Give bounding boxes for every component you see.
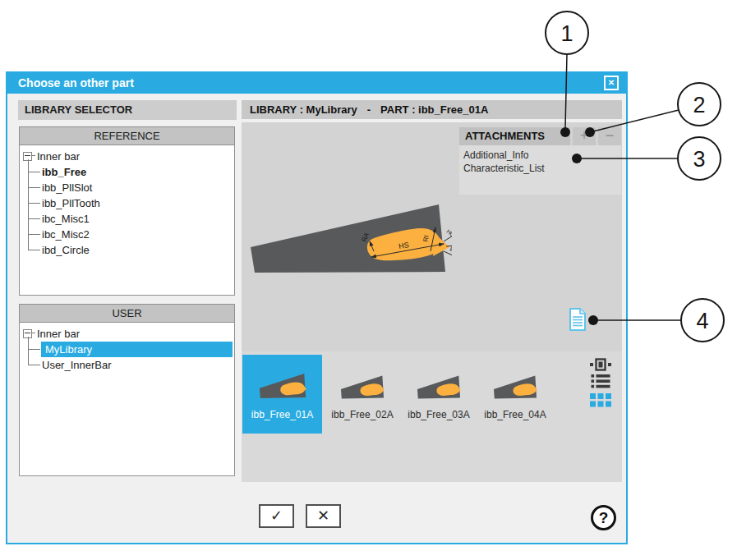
dim-label-ho: HO <box>445 228 452 238</box>
attachments-remove-button[interactable]: − <box>598 127 621 145</box>
reference-library-box: REFERENCE Inner bar ibb_Free ibb_PllSlot… <box>19 126 235 296</box>
reference-tree: Inner bar ibb_Free ibb_PllSlot ibb_PllTo… <box>20 145 234 258</box>
user-library-box: USER Inner bar MyLibrary User_InnerBar <box>19 304 235 476</box>
dialog-titlebar[interactable]: Choose an other part ✕ <box>7 73 626 94</box>
tree-root-label[interactable]: Inner bar <box>37 328 80 340</box>
tree-item-mylibrary[interactable]: MyLibrary <box>41 342 234 357</box>
document-icon[interactable] <box>569 308 587 331</box>
dialog-title: Choose an other part <box>18 76 134 90</box>
thumbnail-ibb-free-04a[interactable]: ibb_Free_04A <box>480 355 550 434</box>
ok-button[interactable]: ✓ <box>259 504 294 528</box>
screenshot-canvas: Choose an other part ✕ LIBRARY SELECTOR … <box>0 0 737 560</box>
dim-label-hs: HS <box>398 241 409 250</box>
thumbnail-label: ibb_Free_03A <box>403 409 474 420</box>
tree-branch-line <box>28 337 29 365</box>
part-detail-panel: ATTACHMENTS + − Additional_Info Characte… <box>242 122 622 482</box>
library-selector-header: LIBRARY SELECTOR <box>18 100 237 120</box>
attachments-list[interactable]: Additional_Info Characteristic_List <box>459 145 621 195</box>
thumbnail-part-image <box>242 366 322 401</box>
list-view-icon[interactable] <box>590 374 611 388</box>
tree-item-ibc-misc1[interactable]: ibc_Misc1 <box>41 211 234 227</box>
tree-root-label[interactable]: Inner bar <box>37 150 80 163</box>
tree-node-inner-bar-user[interactable]: Inner bar <box>23 326 234 342</box>
tree-item-ibb-pllslot[interactable]: ibb_PllSlot <box>41 180 234 195</box>
close-icon[interactable]: ✕ <box>604 76 619 90</box>
tree-item-ibb-plltooth[interactable]: ibb_PllTooth <box>41 195 234 211</box>
header-separator: - <box>367 100 371 119</box>
tree-item-user-innerbar[interactable]: User_InnerBar <box>41 357 234 373</box>
tree-item-ibd-circle[interactable]: ibd_Circle <box>41 242 234 258</box>
tree-item-ibc-misc2[interactable]: ibc_Misc2 <box>41 227 234 242</box>
part-preview-image: HS RI RA HO WO <box>246 200 452 278</box>
callout-number: 3 <box>693 147 705 172</box>
callout-number: 1 <box>560 21 573 46</box>
tree-branch-line <box>28 159 29 250</box>
thumbnail-ibb-free-01a[interactable]: ibb_Free_01A <box>242 355 322 434</box>
callout-circle-4 <box>681 299 724 342</box>
attachment-item[interactable]: Characteristic_List <box>462 162 621 175</box>
cross-icon: ✕ <box>317 507 329 524</box>
thumbnail-part-image <box>403 366 474 401</box>
callout-circle-2 <box>678 83 721 126</box>
detail-header: LIBRARY : MyLibrary-PART : ibb_Free_01A <box>242 100 622 119</box>
carousel-view-icon[interactable] <box>590 358 611 371</box>
callout-number: 2 <box>693 93 705 117</box>
thumbnail-label: ibb_Free_04A <box>480 409 550 420</box>
attachment-item[interactable]: Additional_Info <box>462 149 621 162</box>
callout-number: 4 <box>696 309 708 333</box>
library-name-label: LIBRARY : MyLibrary <box>250 103 357 116</box>
help-button[interactable]: ? <box>591 505 616 530</box>
choose-part-dialog: Choose an other part ✕ LIBRARY SELECTOR … <box>6 71 628 544</box>
thumbnail-part-image <box>480 366 550 401</box>
thumbnail-label: ibb_Free_01A <box>242 409 322 420</box>
attachments-title: ATTACHMENTS <box>459 127 570 145</box>
thumbnail-part-image <box>327 366 398 401</box>
user-tree: Inner bar MyLibrary User_InnerBar <box>20 323 234 373</box>
thumbnail-ibb-free-03a[interactable]: ibb_Free_03A <box>403 355 474 434</box>
check-icon: ✓ <box>270 507 283 524</box>
grid-view-icon[interactable] <box>590 393 611 407</box>
part-name-label: PART : ibb_Free_01A <box>380 103 488 116</box>
reference-box-title: REFERENCE <box>20 127 234 145</box>
dim-label-wo: WO <box>449 246 452 257</box>
tree-item-ibb-free[interactable]: ibb_Free <box>41 164 234 180</box>
callout-circle-1 <box>546 11 588 54</box>
callout-circle-3 <box>678 137 721 180</box>
tree-node-inner-bar[interactable]: Inner bar <box>23 149 234 164</box>
user-box-title: USER <box>20 305 234 323</box>
question-mark-icon: ? <box>599 509 609 526</box>
cancel-button[interactable]: ✕ <box>306 504 341 528</box>
thumbnail-label: ibb_Free_02A <box>327 409 398 420</box>
thumbnail-ibb-free-02a[interactable]: ibb_Free_02A <box>327 355 398 434</box>
attachments-panel: ATTACHMENTS + − Additional_Info Characte… <box>459 127 621 195</box>
attachments-add-button[interactable]: + <box>573 127 596 145</box>
